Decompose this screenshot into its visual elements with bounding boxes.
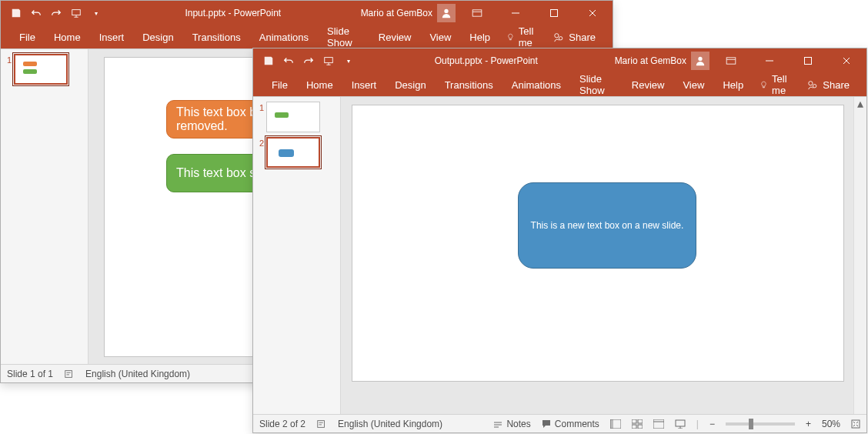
titlebar: ▾ Input.pptx - PowerPoint Mario at GemBo…: [1, 1, 613, 25]
svg-point-5: [559, 37, 563, 40]
slide-counter[interactable]: Slide 1 of 1: [7, 369, 53, 379]
maximize-button[interactable]: [791, 50, 825, 72]
svg-point-12: [813, 85, 816, 88]
signed-in-user[interactable]: Mario at GemBox: [361, 4, 456, 22]
view-sorter-icon[interactable]: [632, 419, 643, 429]
slideshow-from-start-icon[interactable]: [319, 52, 338, 70]
tab-transitions[interactable]: Transitions: [436, 73, 502, 96]
thumb-row: 2: [253, 135, 340, 169]
share-button[interactable]: Share: [546, 25, 603, 48]
slide-thumbnail-2[interactable]: [266, 137, 320, 168]
user-name-label: Mario at GemBox: [361, 8, 432, 18]
share-button[interactable]: Share: [800, 73, 857, 96]
tab-insert[interactable]: Insert: [90, 25, 134, 48]
tab-file[interactable]: File: [10, 25, 45, 48]
tab-home[interactable]: Home: [297, 73, 342, 96]
user-name-label: Mario at GemBox: [615, 55, 686, 66]
spellcheck-icon[interactable]: [316, 419, 327, 429]
thumb-row: 1: [1, 52, 88, 86]
tab-view[interactable]: View: [673, 73, 713, 96]
tab-slideshow[interactable]: Slide Show: [570, 73, 623, 96]
zoom-slider[interactable]: [726, 422, 795, 426]
ribbon-display-options-icon[interactable]: [714, 50, 748, 72]
maximize-button[interactable]: [537, 2, 571, 24]
tell-me-button[interactable]: Tell me: [753, 73, 800, 96]
undo-icon[interactable]: [279, 52, 298, 70]
thumb-row: 1: [253, 100, 340, 134]
scroll-up-icon[interactable]: ▴: [854, 97, 866, 110]
slide-thumbnail-1[interactable]: [14, 54, 68, 85]
tab-transitions[interactable]: Transitions: [183, 25, 250, 48]
language-indicator[interactable]: English (United Kingdom): [85, 369, 190, 379]
minimize-button[interactable]: [499, 2, 532, 24]
ribbon-display-options-icon[interactable]: [460, 2, 494, 24]
tell-me-label: Tell me: [772, 73, 792, 96]
tab-review[interactable]: Review: [623, 73, 674, 96]
tab-help[interactable]: Help: [713, 73, 753, 96]
slideshow-from-start-icon[interactable]: [67, 4, 85, 22]
tab-review[interactable]: Review: [369, 25, 421, 48]
slide-page[interactable]: This is a new text box on a new slide.: [352, 105, 844, 382]
svg-rect-16: [632, 419, 636, 423]
redo-icon[interactable]: [47, 4, 65, 22]
save-icon[interactable]: [259, 52, 278, 70]
svg-rect-18: [632, 425, 636, 429]
slide-editor[interactable]: ▴ This is a new text box on a new slide.: [341, 97, 866, 414]
tell-me-label: Tell me: [519, 25, 539, 48]
titlebar: ▾ Output.pptx - PowerPoint Mario at GemB…: [253, 48, 866, 73]
tab-slideshow[interactable]: Slide Show: [318, 25, 369, 48]
textbox-shape-blue[interactable]: This is a new text box on a new slide.: [518, 182, 696, 269]
svg-rect-13: [318, 420, 325, 427]
zoom-in-button[interactable]: +: [806, 419, 811, 429]
notes-button[interactable]: Notes: [493, 419, 530, 429]
tab-help[interactable]: Help: [460, 25, 499, 48]
user-avatar-icon: [691, 52, 709, 70]
language-indicator[interactable]: English (United Kingdom): [338, 419, 442, 429]
fit-to-window-icon[interactable]: [851, 419, 860, 429]
notes-label: Notes: [506, 419, 530, 429]
tell-me-button[interactable]: Tell me: [499, 25, 546, 48]
tab-design[interactable]: Design: [386, 73, 435, 96]
zoom-out-button[interactable]: −: [709, 419, 715, 429]
comments-button[interactable]: Comments: [542, 419, 599, 429]
svg-rect-10: [805, 58, 812, 65]
view-reading-icon[interactable]: [653, 419, 664, 429]
spellcheck-icon[interactable]: [64, 369, 75, 379]
lightbulb-icon: [507, 32, 514, 42]
zoom-slider-knob[interactable]: [749, 419, 753, 429]
tab-animations[interactable]: Animations: [502, 73, 570, 96]
share-label: Share: [569, 32, 596, 43]
close-button[interactable]: [830, 50, 863, 72]
undo-icon[interactable]: [27, 4, 45, 22]
svg-point-4: [555, 34, 559, 38]
tab-design[interactable]: Design: [133, 25, 182, 48]
thumb-number: 2: [256, 137, 264, 148]
thumb-number: 1: [256, 102, 264, 112]
qat-more-icon[interactable]: ▾: [339, 52, 358, 70]
tab-insert[interactable]: Insert: [342, 73, 386, 96]
notes-icon: [493, 419, 502, 429]
tab-view[interactable]: View: [420, 25, 460, 48]
close-button[interactable]: [576, 2, 609, 24]
redo-icon[interactable]: [299, 52, 318, 70]
tab-home[interactable]: Home: [45, 25, 90, 48]
slide-counter[interactable]: Slide 2 of 2: [259, 419, 305, 429]
view-slideshow-icon[interactable]: [675, 419, 686, 429]
minimize-button[interactable]: [753, 50, 786, 72]
tab-animations[interactable]: Animations: [250, 25, 318, 48]
svg-point-8: [698, 57, 702, 61]
save-icon[interactable]: [7, 4, 25, 22]
signed-in-user[interactable]: Mario at GemBox: [615, 52, 709, 70]
view-normal-icon[interactable]: [610, 419, 621, 429]
separator: |: [696, 419, 699, 429]
powerpoint-window-output: ▾ Output.pptx - PowerPoint Mario at GemB…: [252, 48, 867, 433]
slide-thumbnail-panel[interactable]: 1 2: [253, 97, 341, 414]
vertical-scrollbar[interactable]: ▴: [853, 97, 866, 414]
zoom-level-label[interactable]: 50%: [822, 419, 840, 429]
comments-label: Comments: [555, 419, 599, 429]
tab-file[interactable]: File: [262, 73, 297, 96]
slide-thumbnail-1[interactable]: [266, 102, 320, 132]
qat-more-icon[interactable]: ▾: [87, 4, 105, 22]
svg-rect-22: [852, 420, 860, 428]
slide-thumbnail-panel[interactable]: 1: [1, 49, 88, 364]
